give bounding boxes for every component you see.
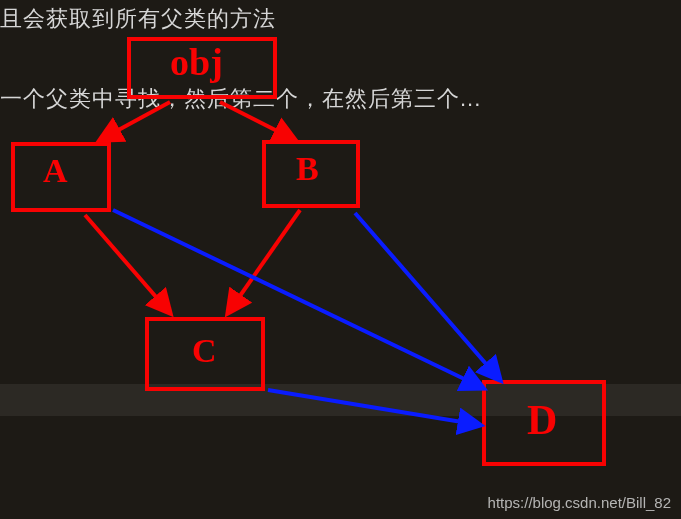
arrow-B-to-D <box>355 213 500 380</box>
watermark: https://blog.csdn.net/Bill_82 <box>488 494 671 511</box>
node-D <box>482 380 606 466</box>
node-obj <box>127 37 277 99</box>
text-line-1: 且会获取到所有父类的方法 <box>0 4 276 34</box>
arrow-A-to-C <box>85 215 170 313</box>
arrow-B-to-C <box>228 210 300 313</box>
node-C <box>145 317 265 391</box>
node-B <box>262 140 360 208</box>
node-A <box>11 142 111 212</box>
